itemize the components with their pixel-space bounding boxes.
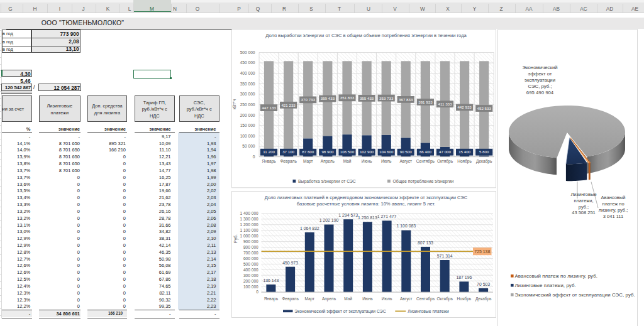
svg-text:136 143: 136 143 <box>263 278 279 283</box>
svg-text:100 000: 100 000 <box>243 285 258 289</box>
svg-text:43 508 251: 43 508 251 <box>572 210 596 215</box>
svg-text:37 100: 37 100 <box>282 149 294 154</box>
svg-text:725 138: 725 138 <box>474 249 490 254</box>
svg-text:1 294 573: 1 294 573 <box>338 213 358 217</box>
svg-text:50 000: 50 000 <box>242 144 255 148</box>
svg-text:Октябрь: Октябрь <box>437 296 453 302</box>
svg-text:150 000: 150 000 <box>240 123 255 128</box>
svg-text:Май: Май <box>343 159 352 163</box>
svg-text:кВт*ч: кВт*ч <box>232 99 236 109</box>
svg-text:платежи,: платежи, <box>574 198 593 204</box>
svg-text:Ноябрь: Ноябрь <box>457 296 472 302</box>
svg-text:Март: Март <box>305 296 315 302</box>
svg-text:90 500: 90 500 <box>400 149 412 154</box>
svg-text:Лизинговые: Лизинговые <box>570 192 596 197</box>
svg-text:Доля лизинговых платежей в сре: Доля лизинговых платежей в среднегодовом… <box>265 195 468 200</box>
svg-text:571 314: 571 314 <box>437 254 453 258</box>
svg-text:лизингу, руб.;: лизингу, руб.; <box>599 207 628 213</box>
svg-text:500 000: 500 000 <box>243 262 258 266</box>
svg-text:87 600: 87 600 <box>302 149 314 154</box>
svg-text:Авансовый платеж по лизингу, р: Авансовый платеж по лизингу, руб. <box>515 273 598 279</box>
svg-text:351 833: 351 833 <box>340 95 355 100</box>
svg-text:102 900: 102 900 <box>360 149 374 154</box>
svg-text:Декабрь: Декабрь <box>476 159 492 164</box>
svg-text:106 500: 106 500 <box>340 149 355 154</box>
svg-text:Лизинговые платежи: Лизинговые платежи <box>408 309 449 313</box>
svg-text:Июнь: Июнь <box>362 296 373 301</box>
svg-text:Январь: Январь <box>264 296 279 302</box>
svg-text:200 000: 200 000 <box>243 279 258 283</box>
svg-text:платеж по: платеж по <box>602 201 624 207</box>
svg-text:Апрель: Апрель <box>321 159 335 164</box>
svg-text:Доля выработки э/энергии от СЭ: Доля выработки э/энергии от СЭС в общем … <box>265 33 467 38</box>
svg-text:447 133: 447 133 <box>262 106 276 110</box>
svg-text:Май: Май <box>344 296 352 301</box>
svg-text:1 271 477: 1 271 477 <box>377 214 397 219</box>
svg-text:47 000: 47 000 <box>439 149 451 154</box>
svg-text:Июль: Июль <box>381 159 392 163</box>
svg-text:350 000: 350 000 <box>240 82 255 86</box>
svg-text:СЭС, руб.;: СЭС, руб.; <box>528 84 552 89</box>
svg-text:Июнь: Июнь <box>362 159 372 163</box>
svg-text:355 433: 355 433 <box>360 96 374 101</box>
svg-text:300 000: 300 000 <box>243 273 258 278</box>
svg-text:Апрель: Апрель <box>322 296 336 302</box>
svg-text:Выработка э/энергии от СЭС: Выработка э/энергии от СЭС <box>298 179 356 184</box>
svg-text:1 200 000: 1 200 000 <box>240 222 258 227</box>
svg-text:442 933: 442 933 <box>457 105 472 109</box>
svg-text:300 000: 300 000 <box>240 92 255 96</box>
svg-text:15 400: 15 400 <box>458 149 470 154</box>
svg-text:400 000: 400 000 <box>243 268 258 272</box>
svg-text:5 800: 5 800 <box>479 149 489 154</box>
svg-text:250 000: 250 000 <box>240 102 255 107</box>
svg-text:450 973: 450 973 <box>282 261 298 265</box>
svg-text:695 490 904: 695 490 904 <box>526 90 554 95</box>
svg-text:Февраль: Февраль <box>282 296 299 302</box>
svg-text:370 733: 370 733 <box>301 97 316 102</box>
svg-text:Январь: Январь <box>262 159 276 164</box>
svg-text:3 041 111: 3 041 111 <box>603 214 623 219</box>
svg-text:Руб.: Руб. <box>233 234 238 243</box>
svg-text:452 533: 452 533 <box>477 106 492 111</box>
svg-text:700 000: 700 000 <box>243 251 258 255</box>
svg-text:Общее потребление э/энергии: Общее потребление э/энергии <box>393 179 454 184</box>
svg-text:Октябрь: Октябрь <box>437 159 453 164</box>
svg-text:98 900: 98 900 <box>321 149 333 154</box>
svg-text:391 933: 391 933 <box>418 100 433 104</box>
svg-text:1 400 000: 1 400 000 <box>240 211 258 215</box>
svg-text:Август: Август <box>399 159 412 164</box>
svg-text:353 733: 353 733 <box>379 96 394 101</box>
svg-text:66 400: 66 400 <box>419 149 431 154</box>
svg-text:187 196: 187 196 <box>456 275 472 280</box>
svg-text:11 200: 11 200 <box>263 149 275 154</box>
svg-text:Экономический: Экономический <box>522 65 557 70</box>
svg-text:359 433: 359 433 <box>321 96 335 101</box>
svg-text:800 000: 800 000 <box>243 245 258 249</box>
svg-text:Март: Март <box>303 159 313 164</box>
svg-text:70 503: 70 503 <box>477 282 490 286</box>
svg-text:Сентябрь: Сентябрь <box>416 159 435 164</box>
svg-text:базовые расчетные условия лизи: базовые расчетные условия лизинга: 10% а… <box>297 201 436 207</box>
svg-text:Ноябрь: Ноябрь <box>457 159 472 164</box>
svg-text:100 000: 100 000 <box>240 134 255 138</box>
svg-text:600 000: 600 000 <box>243 256 258 261</box>
svg-text:Сентябрь: Сентябрь <box>416 296 435 302</box>
svg-text:500 000: 500 000 <box>240 50 255 55</box>
svg-text:Авансовый: Авансовый <box>601 195 626 200</box>
svg-text:421 233: 421 233 <box>281 103 296 107</box>
svg-text:807 133: 807 133 <box>418 241 433 245</box>
svg-text:Август: Август <box>400 296 413 302</box>
svg-text:1 000 000: 1 000 000 <box>240 234 258 238</box>
svg-text:367 833: 367 833 <box>399 97 413 102</box>
svg-text:450 000: 450 000 <box>240 60 255 65</box>
svg-text:эффект от: эффект от <box>528 71 552 77</box>
svg-text:эксплуатации: эксплуатации <box>525 77 555 83</box>
svg-text:200 000: 200 000 <box>240 113 255 117</box>
svg-text:411 333: 411 333 <box>438 102 452 106</box>
svg-text:900 000: 900 000 <box>243 239 258 244</box>
svg-text:1 202 190: 1 202 190 <box>319 218 339 222</box>
svg-text:1 300 000: 1 300 000 <box>240 217 258 221</box>
svg-text:1 250 813: 1 250 813 <box>358 215 377 220</box>
svg-text:1 100 083: 1 100 083 <box>396 224 416 228</box>
svg-text:Февраль: Февраль <box>280 159 297 164</box>
